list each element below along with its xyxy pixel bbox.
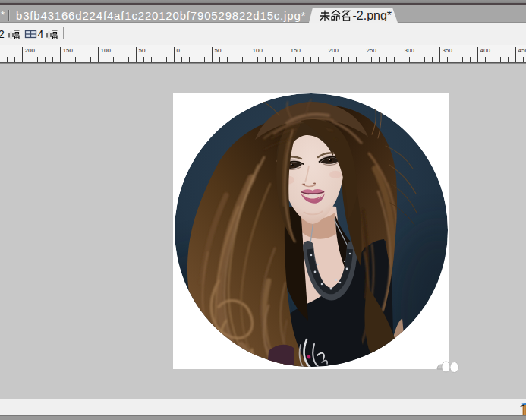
svg-text:100: 100: [253, 47, 263, 54]
svg-text:300: 300: [405, 47, 415, 54]
svg-text:250: 250: [367, 47, 377, 54]
svg-text:200: 200: [329, 47, 339, 54]
svg-text:0: 0: [177, 47, 181, 54]
svg-text:100: 100: [101, 47, 112, 54]
svg-text:150: 150: [291, 47, 301, 54]
svg-text:350: 350: [443, 47, 453, 54]
svg-text:2: 2: [0, 28, 5, 40]
svg-text:150: 150: [63, 47, 74, 54]
svg-text:4: 4: [38, 28, 44, 40]
svg-text:50: 50: [215, 47, 222, 54]
svg-text:450: 450: [518, 47, 526, 54]
svg-text:50: 50: [139, 47, 146, 54]
svg-text:-2.png*: -2.png*: [353, 10, 392, 21]
svg-text:400: 400: [480, 47, 491, 54]
svg-text:200: 200: [25, 47, 36, 54]
